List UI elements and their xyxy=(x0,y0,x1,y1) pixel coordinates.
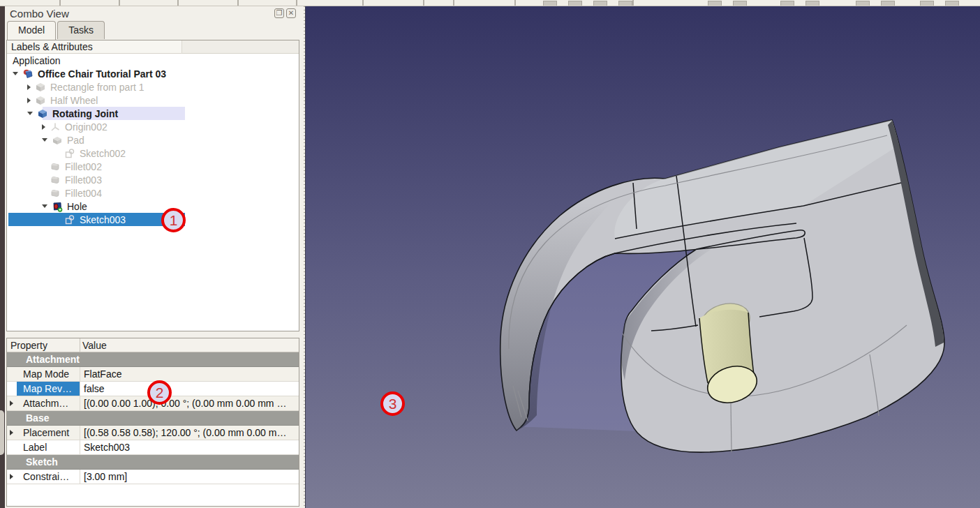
chevron-down-icon[interactable] xyxy=(27,112,33,115)
panel-tabs: ModelTasks xyxy=(7,21,106,40)
tree-item-label: Origin002 xyxy=(65,121,107,133)
fillet-icon xyxy=(50,161,61,172)
tree-item-hole[interactable]: Hole xyxy=(7,200,299,213)
toolbar-separator xyxy=(423,0,424,6)
property-group-base[interactable]: Base xyxy=(7,411,299,426)
tree-item-sketch002[interactable]: Sketch002 xyxy=(7,147,299,160)
panel-title-bar[interactable]: Combo View ❐ ✕ xyxy=(5,6,301,22)
tree-item-label: Sketch002 xyxy=(80,148,126,159)
chevron-right-icon[interactable] xyxy=(10,430,13,435)
desktop-edge xyxy=(0,6,5,508)
tree-item-label: Application xyxy=(13,55,61,66)
tree-header-col2 xyxy=(182,40,299,53)
tree-item-application[interactable]: Application xyxy=(7,54,299,67)
tree-rows: ApplicationOffice Chair Tutorial Part 03… xyxy=(7,54,299,226)
property-row-gutter xyxy=(7,470,17,484)
tree-item-office-chair-tutorial-part-03[interactable]: Office Chair Tutorial Part 03 xyxy=(7,67,299,80)
toolbar-button-remnant xyxy=(543,1,557,6)
property-header[interactable]: Property Value xyxy=(7,338,299,352)
property-name: Map Mode xyxy=(17,367,80,381)
chevron-down-icon[interactable] xyxy=(42,138,47,142)
body-grey-icon xyxy=(35,95,46,106)
tree-item-label: Sketch003 xyxy=(80,214,126,225)
panel-title: Combo View xyxy=(10,8,69,20)
property-row-placement[interactable]: Placement[(0.58 0.58 0.58); 120.00 °; (0… xyxy=(7,426,299,440)
property-editor: Property Value AttachmentMap ModeFlatFac… xyxy=(6,338,299,507)
tree-item-fillet004[interactable]: Fillet004 xyxy=(7,186,299,200)
sketch-icon xyxy=(64,214,75,225)
close-icon[interactable]: ✕ xyxy=(286,8,296,18)
property-group-sketch[interactable]: Sketch xyxy=(7,455,299,470)
document-icon xyxy=(22,68,34,80)
property-row-map-mode[interactable]: Map ModeFlatFace xyxy=(7,367,299,382)
property-group-attachment[interactable]: Attachment xyxy=(7,352,299,367)
toolbar-button-remnant xyxy=(881,1,895,6)
hole-icon xyxy=(52,201,63,212)
toolbar-button-remnant xyxy=(618,1,632,6)
tree-header[interactable]: Labels & Attributes xyxy=(7,40,299,54)
chevron-right-icon[interactable] xyxy=(10,401,13,406)
chevron-right-icon[interactable] xyxy=(27,98,31,103)
tree-item-fillet002[interactable]: Fillet002 xyxy=(7,160,299,173)
fillet-icon xyxy=(50,174,61,186)
3d-scene[interactable] xyxy=(306,6,980,508)
property-group-label: Attachment xyxy=(26,354,80,365)
toolbar-button-remnant xyxy=(568,1,582,6)
toolbar-separator xyxy=(237,0,239,6)
origin-icon xyxy=(50,121,61,133)
property-value[interactable]: [(0.00 0.00 1.00); 0.00 °; (0.00 mm 0.00… xyxy=(80,396,299,410)
property-value[interactable]: [3.00 mm] xyxy=(80,470,299,484)
toolbar-separator xyxy=(362,0,364,6)
tree-item-label: Half Wheel xyxy=(50,95,98,106)
tree-item-label: Rotating Joint xyxy=(52,108,118,119)
fillet-icon xyxy=(50,188,61,199)
toolbar-button-remnant xyxy=(708,1,722,6)
property-group-label: Base xyxy=(26,412,49,424)
property-row-gutter xyxy=(7,382,17,396)
toolbar-button-remnant xyxy=(920,1,934,6)
property-value[interactable]: [(0.58 0.58 0.58); 120.00 °; (0.00 mm 0.… xyxy=(80,426,299,440)
property-row-gutter xyxy=(7,396,17,410)
chevron-right-icon[interactable] xyxy=(42,124,45,130)
tree-item-half-wheel[interactable]: Half Wheel xyxy=(7,94,299,107)
property-row-gutter xyxy=(7,367,17,381)
tree-item-origin002[interactable]: Origin002 xyxy=(7,120,299,133)
tree-item-label: Hole xyxy=(67,201,87,212)
tree-item-rectangle-from-part-1[interactable]: Rectangle from part 1 xyxy=(7,80,299,94)
property-row-gutter xyxy=(7,440,17,454)
tree-item-pad[interactable]: Pad xyxy=(7,133,299,147)
tree-item-label: Fillet004 xyxy=(65,188,102,199)
property-value[interactable]: false xyxy=(80,382,299,396)
tab-tasks[interactable]: Tasks xyxy=(57,21,105,39)
property-row-constrai-[interactable]: Constrai…[3.00 mm] xyxy=(7,470,299,484)
tree-item-rotating-joint[interactable]: Rotating Joint xyxy=(7,107,299,120)
chevron-down-icon[interactable] xyxy=(13,72,18,75)
chevron-down-icon[interactable] xyxy=(42,204,47,208)
property-value[interactable]: FlatFace xyxy=(80,367,299,381)
toolbar-button-remnant xyxy=(780,1,794,6)
property-value[interactable]: Sketch003 xyxy=(80,440,299,454)
model-tree: Labels & Attributes ApplicationOffice Ch… xyxy=(6,40,299,331)
toolbar-button-remnant xyxy=(593,1,607,6)
tab-model[interactable]: Model xyxy=(7,21,56,40)
chevron-right-icon[interactable] xyxy=(27,84,31,90)
property-row-label[interactable]: LabelSketch003 xyxy=(7,440,299,455)
body-blue-icon xyxy=(37,108,48,119)
tree-item-label: Pad xyxy=(67,135,84,146)
property-name: Placement xyxy=(17,426,80,440)
float-icon[interactable]: ❐ xyxy=(274,8,284,18)
value-column-header: Value xyxy=(82,340,107,351)
3d-viewport[interactable] xyxy=(305,6,980,508)
chevron-right-icon[interactable] xyxy=(10,474,13,479)
toolbar-button-remnant xyxy=(945,1,959,6)
property-column-divider[interactable] xyxy=(80,338,80,352)
toolbar-button-remnant xyxy=(856,1,870,6)
tree-header-label: Labels & Attributes xyxy=(11,41,93,52)
property-name: Label xyxy=(17,440,80,454)
toolbar-separator xyxy=(514,0,516,6)
sketch-icon xyxy=(64,148,75,159)
toolbar-separator xyxy=(453,0,454,6)
tree-item-sketch003[interactable]: Sketch003 xyxy=(7,213,299,226)
tree-item-fillet003[interactable]: Fillet003 xyxy=(7,173,299,186)
toolbar-separator xyxy=(296,0,297,6)
